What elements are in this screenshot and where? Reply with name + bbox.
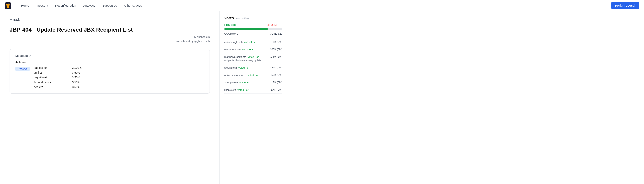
verdict-4: voted For bbox=[248, 74, 258, 77]
votes-progress-fill bbox=[224, 28, 268, 30]
back-link[interactable]: ↩ Back bbox=[10, 18, 20, 21]
reserve-table: Reserve dao.jbx.eth 30.00% timjl.eth 3.5… bbox=[15, 66, 204, 88]
back-label: Back bbox=[13, 18, 20, 21]
metadata-label: Metadata bbox=[15, 54, 28, 57]
voter-6: likebtc.eth bbox=[224, 88, 236, 91]
quorum-row: QUORUM 0 VOTER 20 bbox=[224, 32, 282, 35]
comment-2: not perfect but a necessary update bbox=[224, 59, 282, 62]
against-label: AGAINST 0 bbox=[267, 23, 282, 27]
vote-item-top-0: chinakungfu.eth voted For 1K (0%) bbox=[224, 40, 282, 44]
votes-title: Votes bbox=[224, 16, 234, 20]
vote-item-2: matthewbrooks.eth voted For 1.4M (3%) no… bbox=[224, 53, 282, 64]
reserve-pct-3: 3.50% bbox=[72, 81, 80, 84]
vote-list: chinakungfu.eth voted For 1K (0%) metame… bbox=[224, 38, 282, 94]
quorum-label: QUORUM 0 bbox=[224, 32, 238, 35]
vote-item-1: metamess.eth voted For 103K (0%) bbox=[224, 46, 282, 53]
amount-6: 1.4K (0%) bbox=[271, 88, 282, 91]
reserve-pct-4: 3.50% bbox=[72, 85, 80, 88]
amount-1: 103K (0%) bbox=[270, 48, 282, 51]
vote-labels: FOR 39M AGAINST 0 bbox=[224, 23, 282, 27]
page-layout: ↩ Back JBP-404 - Update Reserved JBX Rec… bbox=[0, 11, 644, 184]
reserve-row-2: drgorilla.eth 3.50% bbox=[34, 76, 81, 79]
amount-3: 127K (0%) bbox=[270, 66, 282, 69]
vote-item-top-1: metamess.eth voted For 103K (0%) bbox=[224, 48, 282, 51]
reserve-name-1: timjl.eth bbox=[34, 71, 66, 74]
verdict-5: voted For bbox=[240, 81, 250, 84]
vote-item-6: likebtc.eth voted For 1.4K (0%) bbox=[224, 86, 282, 94]
vote-item-top-2: matthewbrooks.eth voted For 1.4M (3%) bbox=[224, 55, 282, 58]
reserve-items: dao.jbx.eth 30.00% timjl.eth 3.50% drgor… bbox=[34, 66, 81, 88]
nav-support[interactable]: Support us bbox=[99, 0, 121, 11]
author-line2: co-authored by jigglyjams.eth bbox=[10, 39, 210, 43]
nav-home[interactable]: Home bbox=[18, 0, 33, 11]
verdict-2: voted For bbox=[248, 55, 259, 58]
voter-3: tyevlag.eth bbox=[224, 66, 237, 69]
vote-item-top-6: likebtc.eth voted For 1.4K (0%) bbox=[224, 88, 282, 91]
votes-header: Votes sort by time bbox=[224, 16, 282, 20]
amount-2: 1.4M (3%) bbox=[270, 55, 282, 58]
proposal-authors: by gnance.eth co-authored by jigglyjams.… bbox=[10, 35, 210, 43]
author-line1: by gnance.eth bbox=[10, 35, 210, 39]
vote-item-5: 3people.eth voted For 7K (0%) bbox=[224, 79, 282, 86]
verdict-1: voted For bbox=[242, 48, 253, 51]
logo-icon bbox=[5, 3, 11, 9]
metadata-card: Metadata ↗ Actions: Reserve dao.jbx.eth … bbox=[10, 49, 210, 94]
nav-other-spaces[interactable]: Other spaces bbox=[120, 0, 145, 11]
verdict-6: voted For bbox=[238, 88, 248, 91]
vote-item-3: tyevlag.eth voted For 127K (0%) bbox=[224, 64, 282, 71]
voter-4: universemoney.eth bbox=[224, 74, 246, 77]
reserve-name-0: dao.jbx.eth bbox=[34, 66, 66, 69]
fork-proposal-button[interactable]: Fork Proposal bbox=[611, 2, 639, 9]
amount-4: 52K (0%) bbox=[272, 73, 282, 76]
reserve-name-2: drgorilla.eth bbox=[34, 76, 66, 79]
metadata-header: Metadata ↗ bbox=[15, 54, 204, 57]
main-content: ↩ Back JBP-404 - Update Reserved JBX Rec… bbox=[0, 11, 219, 184]
reserve-name-4: peri.eth bbox=[34, 85, 66, 88]
vote-item-4: universemoney.eth voted For 52K (0%) bbox=[224, 71, 282, 79]
vote-item-0: chinakungfu.eth voted For 1K (0%) bbox=[224, 38, 282, 46]
nav-analytics[interactable]: Analytics bbox=[80, 0, 99, 11]
voter-5: 3people.eth bbox=[224, 81, 238, 84]
nav-treasury[interactable]: Treasury bbox=[33, 0, 52, 11]
votes-sidebar: Votes sort by time FOR 39M AGAINST 0 QUO… bbox=[219, 11, 287, 184]
external-link-icon[interactable]: ↗ bbox=[29, 54, 31, 57]
voter-2: matthewbrooks.eth bbox=[224, 55, 246, 58]
reserve-row-3: jb.daodevinc.eth 3.50% bbox=[34, 81, 81, 84]
amount-0: 1K (0%) bbox=[273, 40, 282, 43]
voter-0: chinakungfu.eth bbox=[224, 41, 243, 44]
vote-bars: FOR 39M AGAINST 0 bbox=[224, 23, 282, 30]
verdict-0: voted For bbox=[244, 41, 255, 44]
vote-item-top-5: 3people.eth voted For 7K (0%) bbox=[224, 81, 282, 84]
proposal-title: JBP-404 - Update Reserved JBX Recipient … bbox=[10, 26, 210, 33]
reserve-name-3: jb.daodevinc.eth bbox=[34, 81, 66, 84]
reserve-row-4: peri.eth 3.50% bbox=[34, 85, 81, 88]
svg-point-2 bbox=[8, 3, 9, 4]
vote-item-top-4: universemoney.eth voted For 52K (0%) bbox=[224, 73, 282, 77]
voter-count-label: VOTER 20 bbox=[270, 32, 282, 35]
vote-item-top-3: tyevlag.eth voted For 127K (0%) bbox=[224, 66, 282, 69]
reserve-row-0: dao.jbx.eth 30.00% bbox=[34, 66, 81, 69]
reserve-badge: Reserve bbox=[15, 67, 30, 71]
reserve-pct-0: 30.00% bbox=[72, 66, 81, 69]
nav-reconfiguration[interactable]: Reconfiguration bbox=[52, 0, 80, 11]
back-arrow-icon: ↩ bbox=[10, 18, 12, 21]
for-label: FOR 39M bbox=[224, 23, 236, 27]
actions-label: Actions: bbox=[15, 61, 204, 64]
logo[interactable] bbox=[5, 3, 11, 9]
verdict-3: voted For bbox=[238, 66, 250, 69]
nav-links: Home Treasury Reconfiguration Analytics … bbox=[18, 0, 611, 11]
votes-progress-bar bbox=[224, 28, 282, 30]
navbar: Home Treasury Reconfiguration Analytics … bbox=[0, 0, 644, 11]
reserve-row-1: timjl.eth 3.50% bbox=[34, 71, 81, 74]
reserve-pct-2: 3.50% bbox=[72, 76, 80, 79]
sort-by-time[interactable]: sort by time bbox=[236, 17, 249, 20]
voter-1: metamess.eth bbox=[224, 48, 241, 51]
reserve-pct-1: 3.50% bbox=[72, 71, 80, 74]
amount-5: 7K (0%) bbox=[273, 81, 282, 84]
